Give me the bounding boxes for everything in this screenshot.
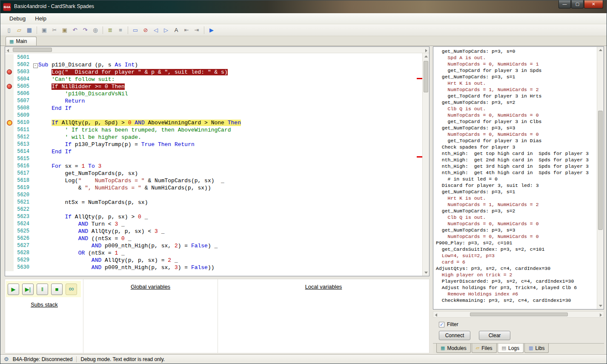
debug-continue-button[interactable]: ▶ [8,284,19,295]
breakpoint-gutter[interactable] [5,221,14,228]
breakpoint-gutter[interactable] [5,112,14,119]
scroll-thumb[interactable] [424,61,428,92]
redo-icon[interactable]: ↷ [80,26,90,35]
scroll-right-arrow[interactable] [425,49,427,52]
scroll-thumb[interactable] [470,312,568,316]
tab-logs[interactable]: ▤Logs [498,344,524,353]
new-file-icon[interactable]: ▯ [4,26,14,35]
next-bookmark-icon[interactable]: ▷ [161,26,171,35]
scroll-up-arrow[interactable] [599,49,602,51]
breakpoint-gutter[interactable] [5,126,14,134]
breakpoint-gutter[interactable] [5,69,14,76]
comment-selection-icon[interactable]: ▭ [131,26,140,35]
editor-horizontal-scrollbar[interactable] [5,47,429,53]
breakpoint-gutter[interactable] [5,170,14,177]
breakpoint-gutter[interactable] [5,90,14,97]
filter-checkbox[interactable]: ✓ [439,322,444,327]
breakpoint-gutter[interactable] [5,105,14,112]
breakpoint-gutter[interactable] [5,235,14,242]
log-vertical-scrollbar[interactable] [597,47,604,309]
previous-bookmark-icon[interactable]: ◁ [151,26,160,35]
breakpoint-gutter[interactable] [5,242,14,249]
bridge-link-icon[interactable]: ∞ [66,284,77,295]
indent-icon[interactable]: ⇥ [192,26,201,35]
minimize-button[interactable]: — [558,0,571,9]
line-number: 5618 [14,177,32,184]
breakpoint-gutter[interactable] [5,141,14,148]
close-button[interactable]: ✕ [584,0,603,9]
tab-files[interactable]: ▱Files [472,344,497,353]
breakpoint-gutter[interactable] [5,134,14,141]
breakpoint-icon[interactable] [7,69,12,75]
breakpoint-gutter[interactable] [5,76,14,83]
folder-icon: ▱ [476,345,479,351]
breakpoint-gutter[interactable] [5,199,14,206]
breakpoint-gutter[interactable] [5,177,14,184]
debug-step-button[interactable]: ▶| [22,284,34,295]
outdent-icon[interactable]: ⇤ [182,26,191,35]
maximize-button[interactable]: ▢ [571,0,584,9]
breakpoint-gutter[interactable] [5,206,14,213]
menu-debug[interactable]: Debug [5,14,30,23]
breakpoint-gutter[interactable] [5,54,14,61]
breakpoint-gutter[interactable] [5,228,14,235]
copy-icon[interactable]: ▣ [60,26,69,35]
breakpoint-gutter[interactable] [5,264,14,271]
sort-procedures-icon[interactable]: ≡ [116,26,125,35]
run-icon[interactable]: ▶ [207,26,216,35]
code-line: 5608 End If [5,105,422,112]
remove-search-icon[interactable]: ⊘ [141,26,150,35]
tab-strip: ▦ Main [0,36,607,46]
undo-icon[interactable]: ↶ [70,26,80,35]
log-horizontal-scrollbar[interactable] [433,311,604,318]
code-line: 5611 ' If trick has been trumped, then A… [5,126,422,134]
breakpoint-gutter[interactable] [5,257,14,264]
scroll-left-arrow[interactable] [435,313,437,317]
subs-stack-panel: ▶▶|‖■∞ Subs stack [5,279,83,353]
code-line: 5629 AND AllQty(p, p, sx) = 2 _ [5,257,422,264]
breakpoint-gutter[interactable] [5,148,14,155]
scroll-down-arrow[interactable] [599,305,602,307]
log-line: NumTopCards = 0, NumHiCards = 0 [436,131,596,138]
debug-pause-button[interactable]: ‖ [37,284,48,295]
copy-module-icon[interactable]: ▣ [40,26,49,35]
scroll-left-arrow[interactable] [7,49,9,52]
debug-stop-button[interactable]: ■ [51,284,63,295]
breakpoint-gutter[interactable] [5,249,14,257]
breakpoint-gutter[interactable] [5,192,14,199]
editor-vertical-scrollbar[interactable] [422,53,429,276]
clear-button[interactable]: Clear [479,331,510,340]
breakpoint-gutter[interactable] [5,61,14,69]
scroll-thumb[interactable] [598,111,603,230]
module-icon: ▦ [9,39,14,44]
breakpoint-gutter[interactable] [5,83,14,90]
breakpoint-gutter[interactable] [5,119,14,126]
log-line: Hrt K is out. [436,80,596,86]
save-icon[interactable]: ▦ [25,26,34,35]
find-icon[interactable]: ◎ [91,26,100,35]
log-line: NumTopCards = 0, NumHiCards = 0 [436,233,596,240]
log-line: nth_High: get top high card in Spds for … [436,150,596,157]
breakpoint-gutter[interactable] [5,213,14,221]
scroll-thumb[interactable] [13,48,52,52]
bookmark-list-icon[interactable]: ≣ [106,26,115,35]
breakpoint-gutter[interactable] [5,163,14,170]
open-file-icon[interactable]: ▱ [14,26,24,35]
cut-icon[interactable]: ✂ [50,26,59,35]
breakpoint-icon[interactable] [7,84,12,89]
breakpoint-gutter[interactable] [5,97,14,105]
breakpoint-gutter[interactable] [5,155,14,163]
fold-collapse-icon[interactable]: - [33,63,38,68]
connect-button[interactable]: Connect [439,331,470,340]
tab-modules[interactable]: ▦Modules [436,344,471,353]
font-size-icon[interactable]: A [172,26,181,35]
scroll-up-arrow[interactable] [424,55,428,57]
filter-label: Filter [447,321,458,327]
menu-help[interactable]: Help [30,14,51,23]
scroll-down-arrow[interactable] [424,272,428,274]
tab-libs-label: Libs [535,345,544,351]
tab-main[interactable]: ▦ Main [6,37,37,46]
breakpoint-gutter[interactable] [5,184,14,192]
tab-libs[interactable]: ▥Libs [524,344,549,353]
scroll-right-arrow[interactable] [600,313,602,317]
